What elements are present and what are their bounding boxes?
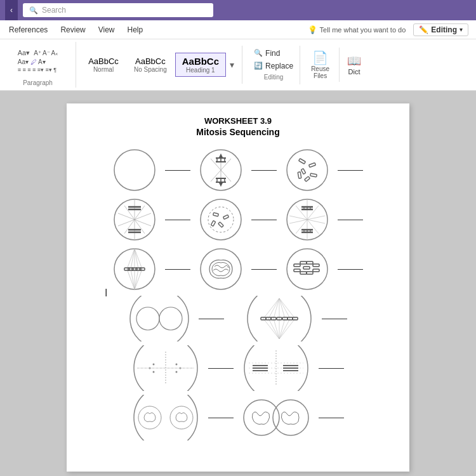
svg-rect-37 (223, 215, 229, 219)
back-arrow[interactable]: ‹ (5, 0, 18, 20)
mitosis-row-4 (128, 296, 348, 341)
tab-references[interactable]: References (3, 23, 54, 37)
svg-point-132 (170, 406, 193, 429)
svg-line-57 (127, 249, 135, 269)
cell-2 (198, 147, 244, 193)
svg-rect-81 (313, 269, 319, 272)
svg-rect-80 (307, 272, 313, 274)
blank-line-5a (208, 368, 234, 369)
reuse-icon: 📄 (312, 50, 328, 65)
svg-point-117 (176, 371, 178, 373)
styles-dropdown[interactable]: ▾ (227, 60, 237, 70)
cell-10 (128, 296, 191, 341)
svg-line-95 (268, 319, 279, 339)
svg-point-34 (201, 199, 241, 240)
svg-point-17 (287, 150, 327, 190)
tab-help[interactable]: Help (121, 23, 150, 37)
cell-1 (112, 147, 157, 193)
paragraph-label: Paragraph (23, 79, 53, 88)
font-size-select[interactable]: A⁺ (34, 50, 41, 56)
svg-point-116 (176, 364, 178, 366)
svg-rect-76 (307, 261, 313, 264)
tab-review[interactable]: Review (54, 23, 91, 37)
style-heading1-name: AaBbCc (182, 56, 219, 67)
svg-line-62 (127, 269, 135, 289)
reuse-label: Reuse (311, 65, 329, 72)
svg-line-58 (131, 249, 135, 269)
worksheet-subtitle: Mitosis Sequencing (86, 127, 390, 137)
clear-format[interactable]: Aₓ (51, 50, 58, 56)
svg-point-85 (159, 307, 182, 330)
replace-button[interactable]: 🔄 Replace (254, 61, 293, 71)
blank-line-1a (165, 170, 190, 171)
cell-3 (284, 147, 330, 193)
svg-line-100 (279, 319, 295, 339)
lightbulb-icon: 💡 (308, 25, 317, 34)
style-no-spacing-name: AaBbCc (135, 56, 166, 66)
svg-line-65 (135, 269, 138, 289)
svg-line-89 (274, 298, 279, 319)
svg-point-84 (136, 307, 159, 330)
tell-me-box[interactable]: 💡 Tell me what you want to do (308, 25, 406, 34)
svg-rect-82 (303, 267, 310, 269)
svg-line-99 (279, 319, 290, 339)
blank-line-4a (199, 319, 224, 319)
cell-12 (131, 345, 201, 391)
cell-5 (198, 197, 244, 242)
mitosis-row-5 (131, 345, 345, 391)
svg-line-60 (135, 249, 138, 269)
style-heading1[interactable]: AaBbCc Heading 1 (175, 53, 226, 77)
reuse-files-label: Files (314, 72, 327, 79)
svg-line-88 (268, 298, 279, 319)
svg-point-72 (201, 249, 241, 289)
style-no-spacing[interactable]: AaBbCc No Spacing (127, 53, 174, 76)
svg-line-98 (279, 319, 285, 339)
blank-line-6a (208, 418, 234, 418)
mitosis-row-1 (112, 147, 364, 193)
blank-line-2b (251, 220, 277, 220)
svg-rect-22 (305, 176, 310, 182)
blank-line-2a (165, 220, 190, 220)
editing-button[interactable]: ✏️ Editing ▾ (413, 23, 468, 36)
cell-8 (198, 246, 244, 292)
svg-line-63 (131, 269, 135, 289)
tab-view[interactable]: View (92, 23, 121, 37)
style-heading1-label: Heading 1 (186, 67, 215, 74)
font-select[interactable]: Aa▾ (18, 49, 30, 57)
find-button[interactable]: 🔍 Find (254, 48, 293, 58)
replace-icon: 🔄 (254, 62, 263, 70)
svg-line-92 (279, 298, 290, 319)
dict-button[interactable]: 📖 Dict (341, 51, 367, 78)
ribbon-tab-row: References Review View Help 💡 Tell me wh… (0, 20, 476, 39)
search-box[interactable]: 🔍 Search (23, 3, 213, 17)
dict-icon: 📖 (347, 54, 361, 68)
svg-point-114 (153, 371, 155, 373)
svg-rect-19 (309, 162, 316, 167)
blank-line-1b (251, 170, 277, 171)
svg-rect-39 (211, 221, 215, 227)
style-normal[interactable]: AaBbCc Normal (81, 53, 126, 76)
blank-line-4b (322, 319, 347, 319)
chevron-down-icon: ▾ (459, 26, 463, 33)
svg-line-93 (279, 298, 295, 319)
svg-line-91 (279, 298, 285, 319)
ribbon-styles-section: AaBbCc Normal AaBbCc No Spacing AaBbCc H… (76, 42, 476, 88)
document-page[interactable]: I WORKSHEET 3.9 Mitosis Sequencing (67, 103, 409, 472)
svg-line-94 (263, 319, 279, 339)
cell-14 (131, 395, 201, 440)
svg-rect-20 (301, 169, 305, 175)
reuse-files-button[interactable]: 📄 Reuse Files (301, 48, 340, 82)
style-normal-label: Normal (93, 66, 114, 73)
font-shrink[interactable]: A⁻ (43, 50, 50, 56)
svg-rect-38 (218, 222, 223, 227)
svg-point-113 (153, 364, 155, 366)
find-icon: 🔍 (254, 49, 263, 57)
svg-point-35 (208, 207, 234, 232)
blank-line-5b (319, 368, 344, 369)
svg-point-131 (138, 406, 161, 429)
font-size-row: Aa▾ A⁺ A⁻ Aₓ (18, 49, 58, 57)
svg-line-61 (135, 249, 142, 269)
cell-13 (241, 345, 311, 391)
align-row: ≡ ≡ ≡ ≡ ≡▾ ≡▾ ¶ (18, 67, 56, 73)
blank-line-3a (165, 269, 190, 270)
